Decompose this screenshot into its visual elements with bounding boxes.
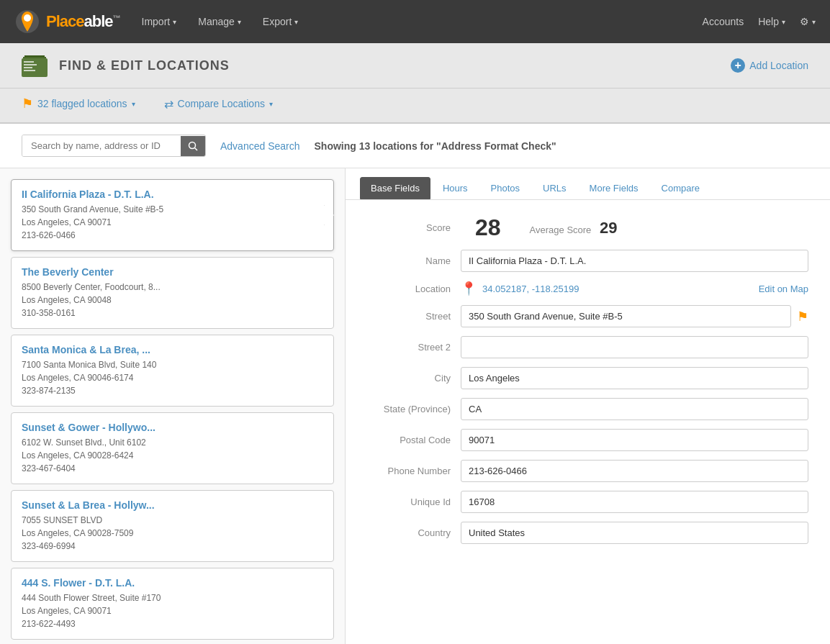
logo-text: Placeable™ [46,12,120,31]
search-button[interactable] [181,136,205,156]
field-input-phone[interactable] [461,460,808,482]
field-row-postal: Postal Code [367,429,808,451]
plus-icon: + [731,58,745,73]
field-input-postal[interactable] [461,429,808,451]
field-input-name[interactable] [461,250,808,272]
location-name: The Beverly Center [22,266,323,278]
location-item[interactable]: II California Plaza - D.T. L.A. 350 Sout… [11,179,334,251]
header-right: Accounts Help ▾ ⚙ ▾ [703,16,816,27]
advanced-search-link[interactable]: Advanced Search [220,140,300,152]
location-item[interactable]: The Beverly Center 8500 Beverly Center, … [11,257,334,329]
location-list: II California Plaza - D.T. L.A. 350 Sout… [0,168,346,644]
svg-point-1 [24,14,31,22]
location-address: 7055 SUNSET BLVDLos Angeles, CA 90028-75… [22,514,323,553]
location-coords-row: 📍 34.052187, -118.25199 Edit on Map [461,281,808,296]
field-input-street2[interactable] [461,336,808,358]
field-label-name: Name [367,255,461,266]
svg-rect-5 [24,61,34,63]
field-label-phone: Phone Number [367,466,461,476]
location-item[interactable]: Sunset & Gower - Hollywo... 6102 W. Suns… [11,412,334,484]
location-name: Sunset & Gower - Hollywo... [22,422,323,433]
location-name: Santa Monica & La Brea, ... [22,344,323,355]
field-input-city[interactable] [461,367,808,389]
import-caret: ▾ [173,18,176,26]
nav-accounts[interactable]: Accounts [703,16,744,27]
field-input-state[interactable] [461,398,808,420]
results-text: Showing 13 locations for "Address Format… [315,140,556,152]
detail-panel: Base FieldsHoursPhotosURLsMore FieldsCom… [346,168,830,644]
field-row-street: Street ⚑ [367,305,808,327]
svg-rect-8 [24,70,35,71]
location-address: 350 South Grand Avenue, Suite #B-5Los An… [22,203,323,242]
tab-compare[interactable]: Compare [651,177,711,199]
flagged-locations-button[interactable]: ⚑ 32 flagged locations ▾ [22,96,135,112]
field-row-country: Country [367,522,808,544]
svg-rect-7 [24,67,32,68]
export-caret: ▾ [294,18,298,26]
field-label-country: Country [367,527,461,538]
tab-base-fields[interactable]: Base Fields [360,177,430,199]
location-item[interactable]: 444 S. Flower - D.T. L.A. 444 South Flow… [11,568,334,640]
detail-fields: Name Location 📍 34.052187, -118.25199 Ed… [367,250,808,544]
svg-rect-4 [24,55,45,57]
compare-icon: ⇄ [164,97,173,111]
add-location-button[interactable]: + Add Location [731,58,808,73]
location-address: 8500 Beverly Center, Foodcourt, 8...Los … [22,281,323,319]
field-row-location: Location 📍 34.052187, -118.25199 Edit on… [367,281,808,296]
location-coords: 34.052187, -118.25199 [482,284,579,294]
location-name: II California Plaza - D.T. L.A. [22,189,323,200]
field-row-street2: Street 2 [367,336,808,358]
nav-settings[interactable]: ⚙ ▾ [800,16,816,27]
score-value: 28 [475,214,501,241]
nav-manage[interactable]: Manage ▾ [198,16,241,27]
tab-urls[interactable]: URLs [532,177,577,199]
nav-import[interactable]: Import ▾ [142,16,177,27]
flags-bar: ⚑ 32 flagged locations ▾ ⇄ Compare Locat… [0,89,830,124]
header: Placeable™ Import ▾ Manage ▾ Export ▾ Ac… [0,0,830,43]
tab-more-fields[interactable]: More Fields [579,177,649,199]
location-name: 444 S. Flower - D.T. L.A. [22,577,323,589]
toolbar-actions: + Add Location [731,58,808,73]
svg-point-9 [189,142,196,148]
flagged-caret: ▾ [132,100,135,108]
tab-hours[interactable]: Hours [432,177,479,199]
nav-export[interactable]: Export ▾ [263,16,298,27]
compare-locations-button[interactable]: ⇄ Compare Locations ▾ [164,97,273,111]
field-label-postal: Postal Code [367,435,461,445]
field-input-street[interactable] [461,305,791,327]
manage-caret: ▾ [238,18,241,26]
field-input-country[interactable] [461,522,808,544]
page-title: Find & Edit Locations [59,58,230,73]
svg-rect-3 [23,57,46,58]
settings-caret: ▾ [812,18,816,26]
search-input[interactable] [22,135,181,156]
field-label-street2: Street 2 [367,342,461,353]
field-row-unique_id: Unique Id [367,491,808,513]
search-icon [188,141,198,151]
search-input-wrap [22,135,206,157]
field-row-city: City [367,367,808,389]
locations-icon [22,54,50,77]
field-label-city: City [367,373,461,384]
help-caret: ▾ [782,18,785,26]
header-left: Placeable™ Import ▾ Manage ▾ Export ▾ [14,9,298,35]
search-bar: Advanced Search Showing 13 locations for… [0,124,830,168]
field-label-unique_id: Unique Id [367,496,461,507]
field-input-unique_id[interactable] [461,491,808,513]
field-label-state: State (Province) [367,404,461,414]
location-item[interactable]: Sunset & La Brea - Hollyw... 7055 SUNSET… [11,490,334,562]
nav-help[interactable]: Help ▾ [758,16,785,27]
field-row-state: State (Province) [367,398,808,420]
location-name: Sunset & La Brea - Hollyw... [22,499,323,511]
location-address: 6102 W. Sunset Blvd., Unit 6102Los Angel… [22,436,323,475]
avg-score-value: 29 [600,219,617,237]
location-item[interactable]: Santa Monica & La Brea, ... 7100 Santa M… [11,335,334,407]
score-label: Score [367,222,461,233]
field-label-street: Street [367,311,461,322]
detail-tabs: Base FieldsHoursPhotosURLsMore FieldsCom… [346,168,830,200]
detail-body: Score 28 Average Score 29 Name Location … [346,200,830,567]
tab-photos[interactable]: Photos [480,177,531,199]
logo-icon [14,9,40,35]
toolbar-title-area: Find & Edit Locations [22,54,230,77]
edit-on-map-link[interactable]: Edit on Map [759,284,808,294]
